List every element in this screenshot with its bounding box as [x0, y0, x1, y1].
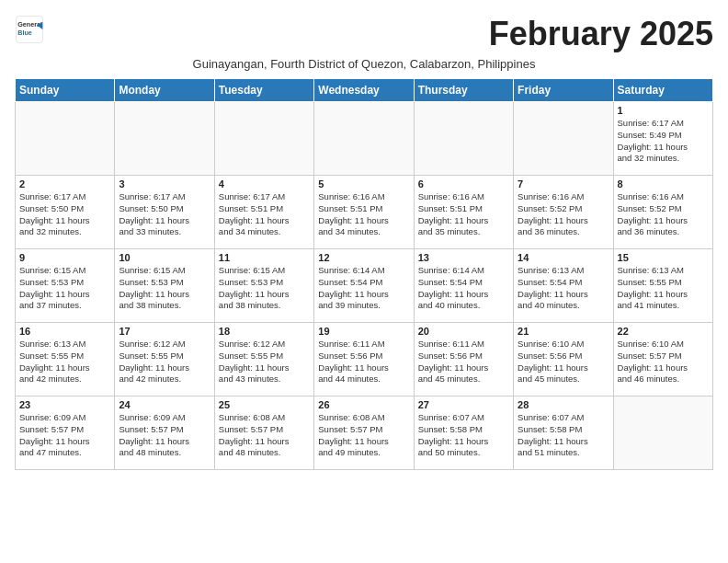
- day-info: Sunrise: 6:16 AM Sunset: 5:52 PM Dayligh…: [618, 191, 709, 238]
- calendar-cell: 27Sunrise: 6:07 AM Sunset: 5:58 PM Dayli…: [414, 396, 513, 470]
- calendar-cell: 28Sunrise: 6:07 AM Sunset: 5:58 PM Dayli…: [514, 396, 613, 470]
- day-info: Sunrise: 6:09 AM Sunset: 5:57 PM Dayligh…: [119, 412, 210, 459]
- calendar-table: SundayMondayTuesdayWednesdayThursdayFrid…: [15, 78, 713, 470]
- day-info: Sunrise: 6:12 AM Sunset: 5:55 PM Dayligh…: [219, 339, 310, 385]
- day-number: 19: [318, 326, 409, 337]
- day-number: 22: [618, 326, 709, 337]
- day-info: Sunrise: 6:08 AM Sunset: 5:57 PM Dayligh…: [219, 412, 310, 459]
- day-number: 5: [318, 178, 409, 190]
- page-header: General Blue February 2025: [15, 15, 713, 53]
- calendar-cell: 12Sunrise: 6:14 AM Sunset: 5:54 PM Dayli…: [314, 249, 414, 323]
- day-number: 8: [618, 178, 709, 190]
- weekday-header-saturday: Saturday: [613, 79, 712, 102]
- day-info: Sunrise: 6:13 AM Sunset: 5:55 PM Dayligh…: [618, 265, 709, 312]
- day-number: 28: [518, 399, 609, 410]
- day-info: Sunrise: 6:17 AM Sunset: 5:50 PM Dayligh…: [119, 191, 210, 238]
- weekday-header-thursday: Thursday: [414, 79, 513, 102]
- day-number: 21: [518, 326, 609, 337]
- calendar-cell: 25Sunrise: 6:08 AM Sunset: 5:57 PM Dayli…: [214, 396, 313, 470]
- calendar-cell: 4Sunrise: 6:17 AM Sunset: 5:51 PM Daylig…: [214, 176, 313, 249]
- calendar-cell: [414, 102, 513, 176]
- weekday-header-monday: Monday: [115, 79, 214, 102]
- calendar-cell: 13Sunrise: 6:14 AM Sunset: 5:54 PM Dayli…: [414, 249, 513, 323]
- calendar-cell: 23Sunrise: 6:09 AM Sunset: 5:57 PM Dayli…: [16, 396, 115, 470]
- weekday-header-wednesday: Wednesday: [314, 79, 414, 102]
- calendar-cell: 2Sunrise: 6:17 AM Sunset: 5:50 PM Daylig…: [16, 176, 115, 249]
- day-info: Sunrise: 6:15 AM Sunset: 5:53 PM Dayligh…: [119, 265, 210, 312]
- day-number: 15: [618, 252, 709, 263]
- calendar-cell: 20Sunrise: 6:11 AM Sunset: 5:56 PM Dayli…: [414, 323, 513, 396]
- day-number: 23: [19, 399, 110, 410]
- day-info: Sunrise: 6:07 AM Sunset: 5:58 PM Dayligh…: [518, 412, 609, 459]
- calendar-cell: 10Sunrise: 6:15 AM Sunset: 5:53 PM Dayli…: [115, 249, 214, 323]
- calendar-cell: 3Sunrise: 6:17 AM Sunset: 5:50 PM Daylig…: [115, 176, 214, 249]
- day-number: 3: [119, 178, 210, 190]
- day-info: Sunrise: 6:17 AM Sunset: 5:50 PM Dayligh…: [19, 191, 110, 238]
- day-number: 1: [618, 105, 709, 116]
- calendar-cell: 14Sunrise: 6:13 AM Sunset: 5:54 PM Dayli…: [514, 249, 613, 323]
- calendar-cell: 9Sunrise: 6:15 AM Sunset: 5:53 PM Daylig…: [16, 249, 115, 323]
- day-number: 20: [418, 326, 509, 337]
- calendar-cell: 19Sunrise: 6:11 AM Sunset: 5:56 PM Dayli…: [314, 323, 414, 396]
- day-info: Sunrise: 6:11 AM Sunset: 5:56 PM Dayligh…: [318, 339, 409, 385]
- day-info: Sunrise: 6:15 AM Sunset: 5:53 PM Dayligh…: [19, 265, 110, 312]
- day-info: Sunrise: 6:09 AM Sunset: 5:57 PM Dayligh…: [19, 412, 110, 459]
- day-info: Sunrise: 6:14 AM Sunset: 5:54 PM Dayligh…: [418, 265, 509, 312]
- day-info: Sunrise: 6:08 AM Sunset: 5:57 PM Dayligh…: [318, 412, 409, 459]
- day-info: Sunrise: 6:15 AM Sunset: 5:53 PM Dayligh…: [219, 265, 310, 312]
- day-info: Sunrise: 6:17 AM Sunset: 5:49 PM Dayligh…: [618, 118, 709, 165]
- calendar-cell: 18Sunrise: 6:12 AM Sunset: 5:55 PM Dayli…: [214, 323, 313, 396]
- calendar-cell: 26Sunrise: 6:08 AM Sunset: 5:57 PM Dayli…: [314, 396, 414, 470]
- day-info: Sunrise: 6:13 AM Sunset: 5:54 PM Dayligh…: [518, 265, 609, 312]
- svg-text:Blue: Blue: [17, 29, 32, 37]
- day-info: Sunrise: 6:11 AM Sunset: 5:56 PM Dayligh…: [418, 339, 509, 385]
- day-info: Sunrise: 6:07 AM Sunset: 5:58 PM Dayligh…: [418, 412, 509, 459]
- day-info: Sunrise: 6:13 AM Sunset: 5:55 PM Dayligh…: [19, 339, 110, 385]
- day-number: 6: [418, 178, 509, 190]
- calendar-cell: [514, 102, 613, 176]
- day-info: Sunrise: 6:17 AM Sunset: 5:51 PM Dayligh…: [219, 191, 310, 238]
- day-number: 10: [119, 252, 210, 263]
- day-number: 24: [119, 399, 210, 410]
- calendar-cell: 24Sunrise: 6:09 AM Sunset: 5:57 PM Dayli…: [115, 396, 214, 470]
- day-number: 12: [318, 252, 409, 263]
- weekday-header-sunday: Sunday: [16, 79, 115, 102]
- calendar-cell: 16Sunrise: 6:13 AM Sunset: 5:55 PM Dayli…: [16, 323, 115, 396]
- day-number: 9: [19, 252, 110, 263]
- day-number: 25: [219, 399, 310, 410]
- calendar-cell: [115, 102, 214, 176]
- calendar-cell: 7Sunrise: 6:16 AM Sunset: 5:52 PM Daylig…: [514, 176, 613, 249]
- calendar-cell: 5Sunrise: 6:16 AM Sunset: 5:51 PM Daylig…: [314, 176, 414, 249]
- calendar-cell: 11Sunrise: 6:15 AM Sunset: 5:53 PM Dayli…: [214, 249, 313, 323]
- calendar-cell: [314, 102, 414, 176]
- day-number: 16: [19, 326, 110, 337]
- day-info: Sunrise: 6:10 AM Sunset: 5:56 PM Dayligh…: [518, 339, 609, 385]
- day-info: Sunrise: 6:12 AM Sunset: 5:55 PM Dayligh…: [119, 339, 210, 385]
- location-title: Guinayangan, Fourth District of Quezon, …: [15, 57, 713, 71]
- weekday-header-friday: Friday: [514, 79, 613, 102]
- day-number: 18: [219, 326, 310, 337]
- day-number: 17: [119, 326, 210, 337]
- calendar-cell: [214, 102, 313, 176]
- day-number: 11: [219, 252, 310, 263]
- month-title: February 2025: [489, 15, 713, 53]
- logo: General Blue: [15, 15, 48, 44]
- day-info: Sunrise: 6:14 AM Sunset: 5:54 PM Dayligh…: [318, 265, 409, 312]
- day-info: Sunrise: 6:16 AM Sunset: 5:51 PM Dayligh…: [318, 191, 409, 238]
- calendar-cell: 8Sunrise: 6:16 AM Sunset: 5:52 PM Daylig…: [613, 176, 712, 249]
- calendar-cell: 17Sunrise: 6:12 AM Sunset: 5:55 PM Dayli…: [115, 323, 214, 396]
- calendar-cell: 21Sunrise: 6:10 AM Sunset: 5:56 PM Dayli…: [514, 323, 613, 396]
- day-info: Sunrise: 6:16 AM Sunset: 5:52 PM Dayligh…: [518, 191, 609, 238]
- logo-icon: General Blue: [15, 15, 44, 44]
- calendar-cell: [613, 396, 712, 470]
- calendar-cell: 22Sunrise: 6:10 AM Sunset: 5:57 PM Dayli…: [613, 323, 712, 396]
- day-number: 13: [418, 252, 509, 263]
- day-number: 7: [518, 178, 609, 190]
- calendar-cell: 1Sunrise: 6:17 AM Sunset: 5:49 PM Daylig…: [613, 102, 712, 176]
- day-info: Sunrise: 6:16 AM Sunset: 5:51 PM Dayligh…: [418, 191, 509, 238]
- day-info: Sunrise: 6:10 AM Sunset: 5:57 PM Dayligh…: [618, 339, 709, 385]
- day-number: 14: [518, 252, 609, 263]
- weekday-header-tuesday: Tuesday: [214, 79, 313, 102]
- day-number: 4: [219, 178, 310, 190]
- calendar-cell: [16, 102, 115, 176]
